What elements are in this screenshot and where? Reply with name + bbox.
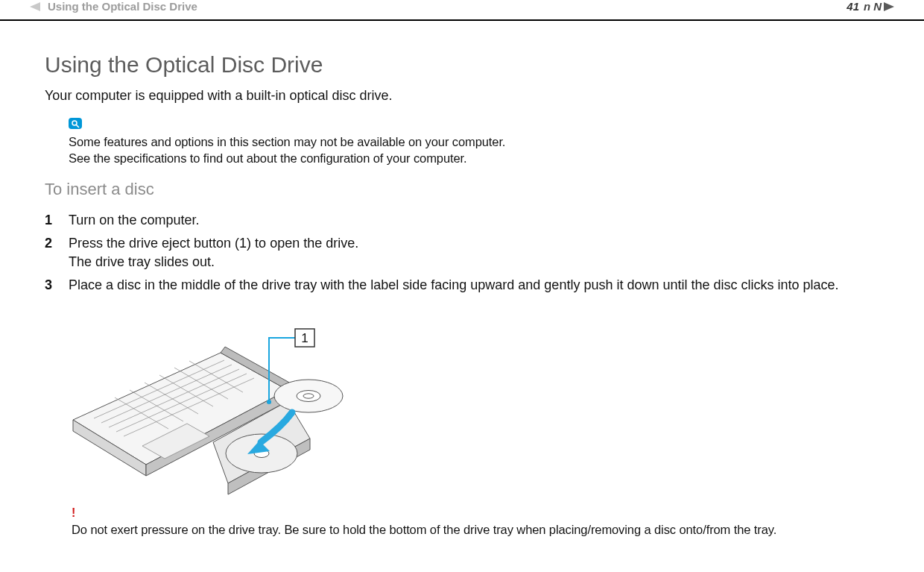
step-number: 2 [45, 234, 55, 253]
note-line-2: See the specifications to find out about… [69, 151, 467, 165]
page-number: 41 [847, 0, 859, 13]
step-list: 1 Turn on the computer. 2 Press the driv… [45, 211, 887, 295]
document-page: Using the Optical Disc Drive 41 n N Usin… [0, 0, 924, 572]
step-number: 3 [45, 276, 55, 295]
nav-nn-label-2: N [873, 0, 881, 13]
note-text: Some features and options in this sectio… [69, 133, 887, 166]
step-item: 1 Turn on the computer. [45, 211, 887, 230]
illustration-container: 1 [72, 308, 887, 499]
step-item: 2 Press the drive eject button (1) to op… [45, 234, 887, 271]
header-page-nav: 41 n N [847, 0, 894, 13]
page-content: Using the Optical Disc Drive Your comput… [0, 21, 924, 538]
header-section-title: Using the Optical Disc Drive [48, 0, 197, 13]
callout-label: 1 [301, 331, 308, 345]
triangle-right-icon [884, 2, 894, 11]
nav-nn-label: n [864, 0, 870, 13]
svg-line-1 [76, 125, 78, 127]
warning-mark: ! [72, 506, 887, 520]
page-header: Using the Optical Disc Drive 41 n N [0, 0, 924, 21]
svg-point-25 [303, 394, 314, 398]
header-section-title-area: Using the Optical Disc Drive [30, 0, 197, 13]
triangle-left-icon [30, 2, 40, 11]
step-sub-text: The drive tray slides out. [69, 253, 887, 271]
intro-paragraph: Your computer is equipped with a built-i… [45, 87, 887, 104]
warning-block: ! Do not exert pressure on the drive tra… [72, 506, 887, 538]
note-line-1: Some features and options in this sectio… [69, 135, 505, 148]
step-text: Place a disc in the middle of the drive … [69, 276, 887, 295]
nav-chevron-left-group [30, 2, 40, 11]
note-block: Some features and options in this sectio… [69, 118, 887, 166]
step-number: 1 [45, 211, 55, 230]
page-title: Using the Optical Disc Drive [45, 52, 887, 78]
step-text: Press the drive eject button (1) to open… [69, 234, 887, 271]
svg-point-27 [267, 400, 271, 404]
laptop-disc-drive-illustration: 1 [72, 308, 349, 496]
step-text: Turn on the computer. [69, 211, 887, 230]
warning-text: Do not exert pressure on the drive tray.… [72, 521, 887, 538]
step-item: 3 Place a disc in the middle of the driv… [45, 276, 887, 295]
nav-chevron-right-group[interactable]: n N [864, 0, 894, 13]
magnifier-icon [69, 118, 82, 129]
step-main-text: Press the drive eject button (1) to open… [69, 236, 358, 251]
subheading: To insert a disc [45, 180, 887, 199]
